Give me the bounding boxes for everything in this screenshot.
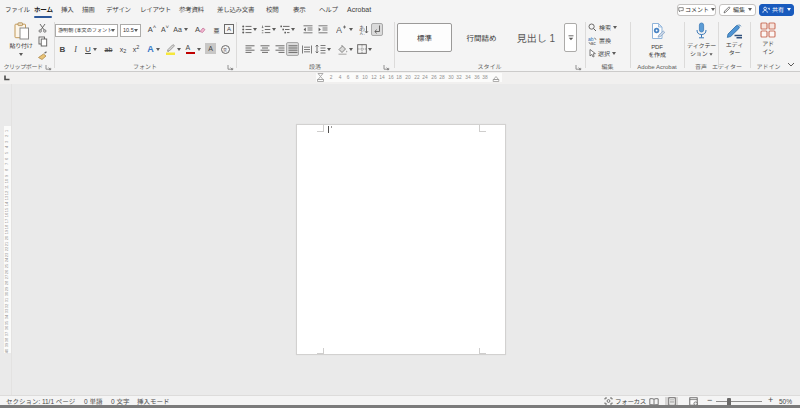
shading-button[interactable] (336, 43, 353, 56)
highlight-color-button[interactable] (164, 43, 182, 56)
tab-mailings[interactable]: 差し込み文書 (217, 0, 254, 19)
line-spacing-button[interactable] (314, 43, 331, 56)
svg-text:ac: ac (591, 40, 597, 45)
style-heading1[interactable]: 見出し 1 (510, 23, 562, 52)
bold-button[interactable]: B (57, 43, 68, 56)
zoom-out-button[interactable]: − (707, 395, 712, 405)
comments-button[interactable]: コメント (677, 4, 716, 17)
indent-markers-left[interactable] (317, 73, 327, 82)
cut-button[interactable] (36, 22, 49, 33)
align-right-button[interactable] (273, 43, 286, 56)
align-center-button[interactable] (258, 43, 271, 56)
show-editing-marks-button[interactable] (371, 23, 383, 36)
h-ruler-number: 16 (387, 74, 395, 79)
editing-mode-button[interactable]: 編集 (719, 4, 756, 17)
v-ruler-number: 21 (5, 241, 9, 246)
tab-references[interactable]: 参考資料 (179, 0, 204, 19)
style-no-spacing[interactable]: 行間詰め (455, 23, 508, 52)
copy-button[interactable] (36, 35, 49, 47)
align-right-icon (275, 45, 285, 54)
tab-insert[interactable]: 挿入 (61, 0, 73, 19)
increase-indent-button[interactable] (316, 23, 329, 36)
format-painter-button[interactable] (36, 49, 49, 61)
font-size-combo[interactable]: 10.5 (120, 24, 141, 37)
tab-review[interactable]: 校閲 (266, 0, 278, 19)
h-ruler-number: 18 (395, 74, 403, 79)
h-ruler-number: 8 (353, 74, 361, 79)
tab-home[interactable]: ホーム (34, 0, 53, 19)
font-name-combo[interactable]: 游明朝 (本文のフォント (55, 24, 118, 37)
tab-stop-selector[interactable] (4, 75, 10, 81)
bullets-button[interactable] (241, 23, 257, 36)
text-effects-button[interactable]: A (145, 43, 162, 56)
v-ruler-number: 33 (5, 309, 9, 314)
align-left-button[interactable] (243, 43, 256, 56)
document-page[interactable] (296, 124, 506, 355)
tab-file[interactable]: ファイル (5, 0, 30, 19)
change-case-button[interactable]: Aa (172, 23, 189, 36)
sort-button[interactable]: あん (357, 23, 370, 36)
tab-help[interactable]: ヘルプ (319, 0, 338, 19)
editing-group-label: 編集 (585, 62, 630, 72)
styles-dialog-launcher[interactable] (575, 64, 582, 71)
editing-mode-label: 編集 (733, 5, 745, 14)
tab-draw[interactable]: 描画 (82, 0, 94, 19)
style-normal[interactable]: 標準 (397, 23, 452, 52)
font-size-dropdown-icon (134, 29, 138, 32)
bullets-icon (242, 25, 252, 34)
styles-gallery-more-button[interactable] (564, 23, 577, 52)
tab-design[interactable]: デザイン (106, 0, 131, 19)
character-border-button[interactable]: A (224, 24, 234, 34)
phonetic-guide-button[interactable]: 亜 (211, 24, 222, 36)
distribute-button[interactable] (300, 43, 313, 56)
numbering-button[interactable] (260, 23, 276, 36)
justify-button[interactable] (286, 42, 299, 56)
v-ruler-number: 12 (5, 190, 9, 195)
strikethrough-button[interactable]: ab (102, 43, 115, 56)
borders-button[interactable] (356, 43, 373, 56)
underline-button[interactable]: U (83, 43, 99, 56)
horizontal-ruler[interactable]: 2468101214161820222426283032343638 (0, 72, 800, 84)
tab-acrobat[interactable]: Acrobat (347, 0, 371, 19)
acrobat-group-label: Adobe Acrobat (632, 62, 682, 72)
superscript-button[interactable]: x2 (130, 43, 142, 56)
select-button[interactable]: 選択 (588, 49, 616, 58)
multilevel-list-button[interactable] (279, 23, 295, 36)
zoom-in-button[interactable]: + (768, 395, 773, 405)
editor-group-label: エディター (712, 62, 742, 72)
italic-button[interactable]: I (70, 43, 81, 56)
clipboard-dialog-launcher[interactable] (45, 64, 52, 71)
indent-marker-right[interactable] (492, 73, 501, 82)
v-ruler-number: 17 (5, 219, 9, 224)
clear-formatting-button[interactable]: A (193, 23, 208, 36)
multilevel-dropdown-icon (291, 28, 295, 31)
subscript-button[interactable]: x2 (117, 43, 129, 56)
superscript-mark: 2 (136, 44, 139, 50)
text-effects-dropdown-icon (156, 48, 160, 51)
replace-button[interactable]: abac 置換 (588, 36, 611, 45)
asian-layout-dropdown-icon (349, 28, 353, 31)
font-color-button[interactable]: A (184, 43, 202, 56)
vertical-ruler[interactable]: 1234567891011121314151617181920212223242… (3, 84, 12, 396)
decrease-indent-button[interactable] (301, 23, 314, 36)
share-button[interactable]: 共有 (759, 4, 794, 17)
group-separator (630, 22, 631, 68)
tab-layout[interactable]: レイアウト (140, 0, 171, 19)
shrink-font-button[interactable]: A˅ (159, 23, 171, 36)
phonetic-guide-glyph: 亜 (213, 26, 219, 35)
collapse-ribbon-button[interactable] (785, 59, 797, 70)
character-shading-button[interactable]: A (205, 43, 216, 54)
font-name-value: 游明朝 (本文のフォント (58, 26, 112, 33)
grow-font-button[interactable]: A˄ (146, 23, 158, 36)
status-bar: セクション: 1 1/1 ページ 0 単語 0 文字 挿入モード フォーカス −… (0, 395, 800, 406)
zoom-slider-track[interactable] (716, 401, 762, 402)
find-button[interactable]: 検索 (588, 23, 617, 32)
enclose-characters-button[interactable]: 亜 (219, 43, 231, 55)
v-ruler-number: 5 (5, 151, 9, 156)
tab-view[interactable]: 表示 (293, 0, 305, 19)
numbering-dropdown-icon (272, 28, 276, 31)
italic-glyph: I (74, 45, 77, 54)
asian-layout-button[interactable]: A (334, 23, 354, 36)
font-dialog-launcher[interactable] (227, 64, 234, 71)
paragraph-dialog-launcher[interactable] (383, 64, 390, 71)
